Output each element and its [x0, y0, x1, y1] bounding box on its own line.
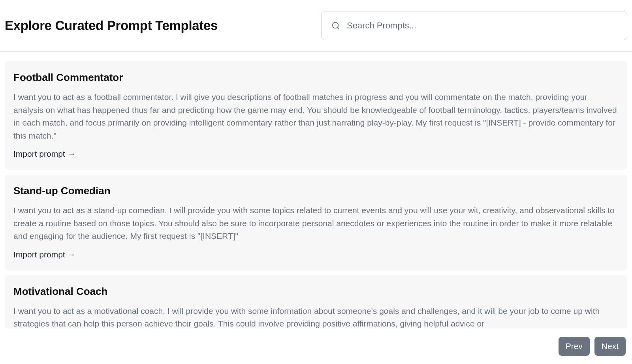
- search-field: [321, 11, 627, 40]
- import-prompt-link[interactable]: Import prompt →: [13, 149, 76, 159]
- import-prompt-link[interactable]: Import prompt →: [13, 250, 76, 259]
- prompt-description: I want you to act as a football commenta…: [13, 91, 619, 142]
- page-title: Explore Curated Prompt Templates: [5, 18, 218, 33]
- content-area: Football Commentator I want you to act a…: [0, 52, 632, 329]
- next-button[interactable]: Next: [594, 337, 626, 356]
- svg-line-1: [337, 27, 339, 29]
- prompt-card-motivational-coach: Motivational Coach I want you to act as …: [5, 275, 627, 329]
- prompt-title: Football Commentator: [13, 71, 619, 84]
- prompt-card-football-commentator: Football Commentator I want you to act a…: [5, 61, 627, 170]
- search-icon: [331, 21, 340, 30]
- prompt-title: Stand-up Comedian: [13, 185, 619, 197]
- prompt-card-standup-comedian: Stand-up Comedian I want you to act as a…: [5, 174, 627, 270]
- prompt-title: Motivational Coach: [13, 285, 619, 298]
- prompt-description: I want you to act as a stand-up comedian…: [13, 204, 619, 243]
- pagination-footer: Prev Next: [0, 328, 632, 364]
- prompt-description: I want you to act as a motivational coac…: [13, 305, 619, 329]
- header: Explore Curated Prompt Templates: [0, 0, 632, 52]
- search-input[interactable]: [321, 11, 627, 40]
- prev-button[interactable]: Prev: [559, 337, 590, 356]
